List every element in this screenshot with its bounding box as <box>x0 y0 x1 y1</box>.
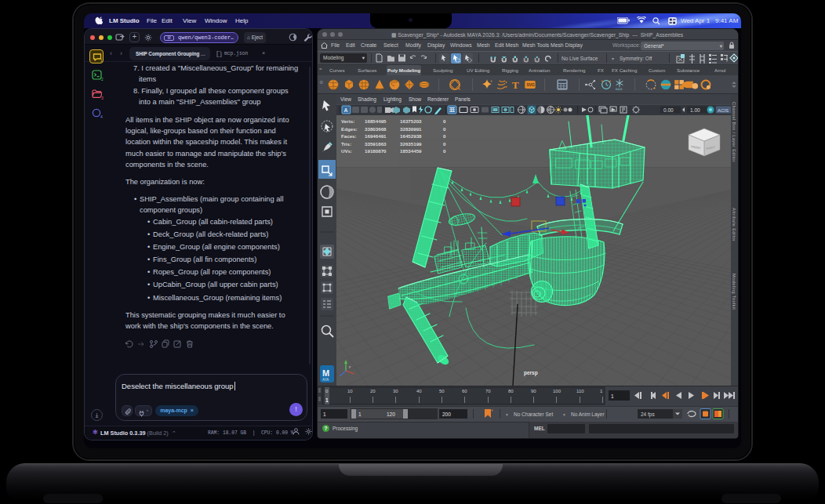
svg-text:Verts:: Verts: <box>341 118 354 124</box>
svg-text:1: 1 <box>358 412 362 417</box>
svg-text:No Character Set: No Character Set <box>514 412 553 417</box>
svg-text:ACIS: ACIS <box>718 108 729 113</box>
svg-text:▾: ▾ <box>612 56 614 61</box>
svg-text:1: 1 <box>325 397 329 403</box>
svg-text:10: 10 <box>347 389 353 393</box>
svg-text:1: 1 <box>611 393 614 399</box>
svg-text:70: 70 <box>485 389 491 393</box>
svg-text:Faces:: Faces: <box>341 133 357 139</box>
svg-text:33591863: 33591863 <box>365 141 387 147</box>
svg-text:40: 40 <box>416 389 422 393</box>
svg-text:18534459: 18534459 <box>400 148 422 154</box>
svg-text:100: 100 <box>553 389 562 393</box>
svg-text:16946491: 16946491 <box>365 133 387 139</box>
svg-text:0: 0 <box>443 118 446 124</box>
svg-text:32635199: 32635199 <box>400 141 422 147</box>
svg-text:Tris:: Tris: <box>341 141 351 147</box>
svg-text:32830991: 32830991 <box>400 126 422 132</box>
svg-text:16854495: 16854495 <box>365 118 387 124</box>
svg-text:120: 120 <box>387 412 395 417</box>
svg-text:Edges:: Edges: <box>341 126 358 132</box>
svg-text:SVG: SVG <box>526 82 535 87</box>
svg-text:60: 60 <box>462 389 467 393</box>
svg-text:110: 110 <box>576 389 584 393</box>
svg-text:▾: ▾ <box>506 412 508 417</box>
svg-text:0: 0 <box>443 148 446 154</box>
svg-text:A: A <box>344 107 348 113</box>
svg-text:19180870: 19180870 <box>365 148 387 154</box>
svg-text:80: 80 <box>508 389 514 393</box>
svg-text:50: 50 <box>439 389 445 393</box>
svg-text:persp: persp <box>524 370 538 376</box>
svg-text:0: 0 <box>443 126 446 132</box>
svg-text:Symmetry: Off: Symmetry: Off <box>620 56 652 62</box>
svg-text:16452938: 16452938 <box>400 133 422 139</box>
svg-text:0: 0 <box>443 141 446 147</box>
svg-text:M: M <box>322 368 329 378</box>
svg-text:0.00: 0.00 <box>663 107 674 113</box>
svg-text:▾: ▾ <box>563 412 565 417</box>
svg-text:1.00: 1.00 <box>690 107 700 113</box>
svg-text:1: 1 <box>323 412 326 417</box>
svg-text:0,0,0: 0,0,0 <box>616 88 622 91</box>
svg-text:0: 0 <box>443 133 446 139</box>
svg-text:20: 20 <box>370 389 376 393</box>
svg-text:16375203: 16375203 <box>400 118 422 124</box>
svg-text:AYA: AYA <box>322 378 329 382</box>
svg-text:30: 30 <box>393 389 398 393</box>
svg-text:+: + <box>491 408 493 412</box>
svg-text:90: 90 <box>531 389 536 393</box>
svg-text:No Live Surface: No Live Surface <box>562 56 598 61</box>
svg-text:T: T <box>512 79 519 91</box>
svg-text:UVs:: UVs: <box>341 148 352 154</box>
svg-text:200: 200 <box>442 412 451 417</box>
svg-text:33803668: 33803668 <box>365 126 387 132</box>
svg-text:y: y <box>349 364 351 368</box>
svg-text:No Anim Layer: No Anim Layer <box>571 412 605 418</box>
svg-text:24 fps: 24 fps <box>641 412 655 418</box>
